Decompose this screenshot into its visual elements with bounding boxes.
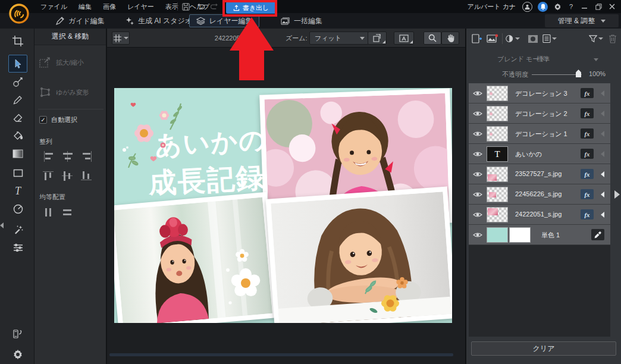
fx-badge[interactable]: fx [581, 209, 594, 219]
layer-row[interactable]: デコレーション 1 fx [469, 124, 610, 144]
layer-row[interactable]: 22456226_s.jpg fx [469, 184, 610, 205]
redo-icon[interactable] [209, 2, 220, 11]
visibility-eye-icon[interactable] [473, 231, 482, 240]
help-icon[interactable]: ? [567, 2, 575, 11]
save-icon[interactable] [180, 2, 191, 11]
ellipse-tool-icon[interactable] [11, 202, 25, 216]
distribute-horizontal-icon[interactable] [43, 207, 55, 218]
close-icon[interactable] [608, 2, 616, 11]
collapse-panel-right-handle[interactable] [614, 190, 620, 199]
rotate-canvas-button[interactable] [368, 32, 387, 45]
makeover-tool-icon[interactable] [11, 75, 25, 89]
add-image-layer-icon[interactable] [485, 33, 500, 45]
align-bottom-icon[interactable] [81, 170, 93, 181]
adjust-tool-icon[interactable] [11, 240, 25, 255]
layer-expander-icon[interactable] [601, 171, 604, 177]
menu-layer[interactable]: レイヤー [127, 2, 154, 11]
restore-icon[interactable] [594, 2, 603, 11]
zoom-tool-button[interactable] [424, 32, 441, 45]
send-to-device-icon[interactable] [11, 327, 25, 341]
fx-badge[interactable]: fx [581, 189, 594, 199]
account-icon[interactable] [522, 2, 532, 12]
layer-styles-icon[interactable] [542, 33, 557, 45]
magic-wand-tool-icon[interactable] [11, 222, 25, 237]
settings-gear-icon[interactable] [553, 2, 562, 11]
opacity-slider-handle[interactable] [576, 70, 581, 77]
layer-thumbnail[interactable] [487, 187, 508, 202]
align-top-icon[interactable] [43, 170, 55, 181]
visibility-eye-icon[interactable] [473, 130, 482, 139]
align-right-icon[interactable] [81, 151, 93, 162]
layer-row[interactable]: 24222051_s.jpg fx [469, 205, 610, 225]
visibility-eye-icon[interactable] [473, 110, 482, 118]
eraser-tool-icon[interactable] [11, 111, 25, 125]
layer-thumbnail[interactable]: T [487, 146, 508, 162]
layer-expander-icon[interactable] [601, 131, 604, 137]
pick-tool-icon[interactable] [8, 55, 27, 73]
layer-expander-icon[interactable] [601, 151, 604, 157]
blend-mode-value[interactable]: 標準 [537, 55, 550, 64]
canvas-size-button[interactable] [394, 32, 414, 45]
menu-edit[interactable]: 編集 [79, 2, 92, 11]
visibility-eye-icon[interactable] [473, 211, 482, 219]
zoom-select[interactable]: フィット [309, 32, 369, 45]
rectangle-tool-icon[interactable] [11, 166, 25, 180]
visibility-eye-icon[interactable] [473, 191, 482, 199]
mask-layer-icon[interactable] [526, 33, 540, 45]
layer-expander-icon[interactable] [601, 90, 604, 96]
menu-image[interactable]: 画像 [103, 2, 116, 11]
align-left-icon[interactable] [43, 151, 55, 162]
preferences-gear-icon[interactable] [11, 347, 25, 362]
align-middle-icon[interactable] [62, 170, 74, 181]
menu-file[interactable]: ファイル [40, 2, 67, 11]
new-layer-icon[interactable] [470, 33, 484, 45]
pen-tool-icon[interactable] [11, 93, 25, 107]
clear-button[interactable]: クリア [471, 341, 616, 356]
visibility-eye-icon[interactable] [473, 171, 482, 179]
notifications-icon[interactable] [538, 2, 548, 12]
pan-tool-button[interactable] [441, 32, 459, 45]
auto-select-checkbox[interactable]: ✓ [39, 116, 47, 124]
distribute-vertical-icon[interactable] [62, 207, 74, 218]
delete-layer-trash-icon[interactable] [606, 33, 620, 45]
undo-icon[interactable] [195, 2, 205, 11]
fill-tool-icon[interactable] [11, 128, 25, 143]
horizontal-scrollbar[interactable] [109, 353, 453, 356]
adjustment-layer-icon[interactable] [506, 33, 520, 45]
manage-adjust-button[interactable]: 管理 & 調整 [545, 14, 619, 27]
fx-badge[interactable]: fx [581, 88, 594, 98]
scale-button[interactable]: 拡大/縮小 [39, 54, 102, 71]
crop-tool-icon[interactable] [11, 34, 25, 48]
tab-batch-edit[interactable]: 一括編集 [276, 14, 327, 27]
layer-row[interactable]: T あいかの fx [469, 144, 610, 164]
distort-button[interactable]: ゆがみ変形 [39, 83, 102, 101]
fx-badge[interactable]: fx [581, 108, 594, 118]
visibility-eye-icon[interactable] [473, 90, 482, 98]
layer-thumbnail[interactable] [487, 207, 508, 222]
gradient-tool-icon[interactable] [11, 146, 25, 161]
layer-thumbnail[interactable] [487, 227, 508, 243]
layer-mask-thumbnail[interactable] [509, 227, 531, 243]
grid-toggle-button[interactable] [112, 32, 130, 45]
fx-badge[interactable]: fx [581, 128, 594, 139]
align-center-icon[interactable] [62, 151, 74, 162]
export-button[interactable]: 書き出し [226, 2, 276, 14]
layer-thumbnail[interactable] [487, 126, 508, 142]
layer-thumbnail[interactable] [487, 167, 508, 182]
layer-expander-icon[interactable] [601, 212, 604, 218]
layer-expander-icon[interactable] [601, 111, 604, 117]
visibility-eye-icon[interactable] [473, 150, 482, 159]
layer-thumbnail[interactable] [487, 106, 508, 121]
text-tool-icon[interactable]: T [11, 184, 25, 198]
opacity-slider[interactable] [532, 74, 582, 75]
layer-row[interactable]: デコレーション 3 fx [469, 83, 610, 103]
fx-badge[interactable]: fx [581, 169, 594, 179]
fx-badge[interactable]: fx [581, 149, 594, 159]
artwork-canvas[interactable]: あいかの 成長記録 [114, 88, 452, 323]
layer-thumbnail[interactable] [487, 86, 508, 101]
auto-select-row[interactable]: ✓ 自動選択 [39, 115, 77, 124]
collapse-panel-left-handle[interactable] [0, 218, 5, 233]
tab-layer-edit[interactable]: レイヤー編集 [189, 14, 259, 27]
tab-guide-edit[interactable]: ガイド編集 [51, 14, 109, 27]
filter-funnel-icon[interactable] [589, 33, 603, 45]
